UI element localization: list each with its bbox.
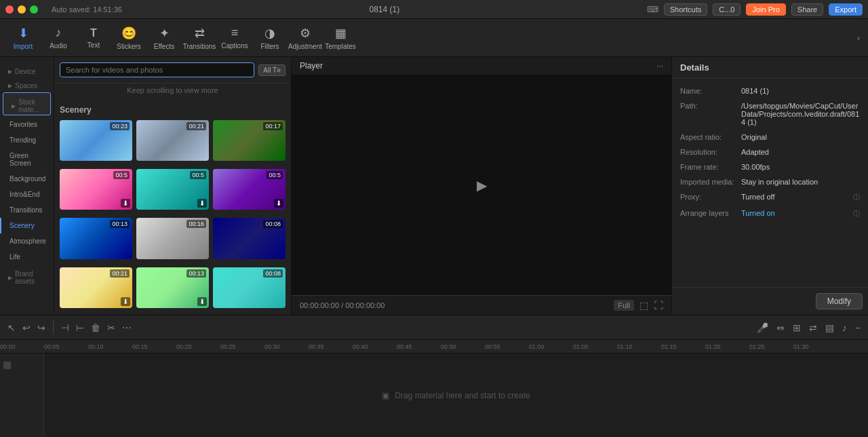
close-button[interactable] [5, 5, 14, 14]
sidebar-group-stockmate[interactable]: ▶ Stock mate... [3, 92, 51, 115]
snap-button[interactable]: ⊞ [791, 320, 803, 335]
more-tools-button[interactable]: ⋯ [120, 320, 134, 335]
duration-9: 00:08 [263, 220, 283, 228]
video-thumb-8[interactable]: 00:16 [136, 218, 209, 259]
adjustment-icon: ⚙ [300, 26, 311, 41]
toolbar-captions[interactable]: ≡ Captions [217, 20, 252, 56]
duration-5: 00:5 [190, 171, 206, 179]
search-input[interactable] [60, 62, 254, 77]
full-fit-button[interactable]: Full [614, 300, 634, 311]
timeline-tracks-label: ▦ [0, 354, 44, 437]
video-thumb-1[interactable]: 00:23 [60, 120, 132, 161]
player-menu-button[interactable]: ··· [656, 61, 663, 71]
joinpro-button[interactable]: Join Pro [746, 3, 785, 16]
player-area[interactable]: ▶ [292, 75, 671, 295]
video-thumb-4[interactable]: 00:5 ⬇ [60, 169, 132, 210]
toolbar-import[interactable]: ⬇ Import [5, 20, 41, 56]
player-total-time: 00:00:00:00 [345, 301, 384, 309]
titlebar-actions: ⌨ Shortcuts C...0 Join Pro Share Export [647, 3, 863, 16]
sidebar-item-life[interactable]: Life [0, 249, 54, 265]
video-grid-row1: 00:23 00:21 00:17 [60, 120, 285, 161]
filters-icon: ◑ [264, 26, 275, 41]
sidebar-item-scenery[interactable]: Scenery [0, 218, 54, 233]
download-icon-11: ⬇ [197, 297, 207, 306]
mic-button[interactable]: 🎤 [755, 320, 770, 335]
video-thumb-11[interactable]: 00:13 ⬇ [136, 267, 209, 308]
select-tool[interactable]: ↖ [5, 320, 18, 335]
video-thumb-5[interactable]: 00:5 ⬇ [136, 169, 209, 210]
player-header: Player ··· [292, 57, 671, 75]
toolbar-text[interactable]: T Text [76, 20, 111, 56]
export-button[interactable]: Export [829, 3, 863, 16]
sidebar-item-atmosphere[interactable]: Atmosphere [0, 233, 54, 249]
toolbar-effects[interactable]: ✦ Effects [146, 20, 182, 56]
proxy-info-icon[interactable]: ⓘ [853, 193, 860, 202]
detail-row-proxy: Proxy: Turned off ⓘ [680, 193, 860, 202]
share-button[interactable]: Share [791, 3, 823, 16]
arrange-info-icon[interactable]: ⓘ [853, 209, 860, 218]
ruler-3: 00:15 [132, 343, 148, 350]
screenshot-button[interactable]: ⬚ [639, 300, 648, 311]
all-tag[interactable]: All T≡ [258, 64, 285, 76]
timeline-tracks[interactable]: ▣ Drag material here and start to create [44, 354, 868, 437]
player-title: Player [300, 61, 323, 71]
timeline-toolbar: ↖ ↩ ↪ ⊣ ⊢ 🗑 ✂ ⋯ 🎤 ⇔ ⊞ ⇄ ▤ ♪ − [0, 316, 868, 340]
name-value: 0814 (1) [741, 87, 860, 95]
chevron-right-icon-3: ▶ [12, 103, 16, 109]
trim-button[interactable]: ✂ [105, 320, 117, 335]
sidebar-group-spaces[interactable]: ▶ Spaces [0, 77, 54, 91]
lock-button[interactable]: ▤ [823, 320, 836, 335]
sidebar-item-favorites[interactable]: Favorites [0, 117, 54, 132]
video-thumb-2[interactable]: 00:21 [136, 120, 209, 161]
undo-button[interactable]: ↩ [20, 320, 33, 335]
delete-before-button[interactable]: ⊢ [74, 320, 86, 335]
duration-3: 00:17 [263, 122, 283, 130]
split-button[interactable]: ⊣ [59, 320, 71, 335]
drag-hint-icon: ▣ [382, 391, 389, 400]
video-thumb-7[interactable]: 00:13 [60, 218, 132, 259]
toolbar-expand-button[interactable]: › [854, 31, 863, 45]
timeline: ↖ ↩ ↪ ⊣ ⊢ 🗑 ✂ ⋯ 🎤 ⇔ ⊞ ⇄ ▤ ♪ − 00:00 00:0… [0, 315, 868, 437]
play-button[interactable]: ▶ [477, 177, 487, 193]
toolbar-templates[interactable]: ▦ Templates [323, 20, 358, 56]
audio-button[interactable]: ♪ [840, 320, 849, 335]
maximize-button[interactable] [30, 5, 38, 14]
toolbar-filters[interactable]: ◑ Filters [252, 20, 288, 56]
ruler-0: 00:00 [0, 343, 16, 350]
toolbar-audio[interactable]: ♪ Audio [41, 20, 76, 56]
redo-button[interactable]: ↪ [35, 320, 47, 335]
resolution-value: Adapted [741, 148, 860, 156]
details-header: Details [672, 57, 868, 79]
account-button[interactable]: C...0 [713, 3, 741, 16]
video-thumb-3[interactable]: 00:17 [213, 120, 285, 161]
sidebar-device-label: Device [15, 68, 36, 75]
toolbar-stickers[interactable]: 😊 Stickers [111, 20, 146, 56]
shortcuts-button[interactable]: Shortcuts [664, 3, 707, 16]
modify-button[interactable]: Modify [816, 293, 863, 309]
ruler-17: 01:25 [749, 343, 765, 350]
sidebar-group-device[interactable]: ▶ Device [0, 62, 54, 77]
sidebar-item-transitions[interactable]: Transitions [0, 202, 54, 218]
loop-button[interactable]: ⇄ [807, 320, 819, 335]
link-button[interactable]: ⇔ [774, 320, 787, 335]
video-thumb-9[interactable]: 00:08 [213, 218, 285, 259]
video-thumb-6[interactable]: 00:5 ⬇ [213, 169, 285, 210]
sidebar-group-brand[interactable]: ▶ Brand assets [0, 265, 54, 286]
zoom-out-button[interactable]: − [853, 320, 863, 335]
name-label: Name: [680, 87, 741, 95]
video-thumb-12[interactable]: 00:08 [213, 267, 285, 308]
sidebar-item-green-screen[interactable]: Green Screen [0, 148, 54, 171]
video-thumb-10[interactable]: 00:21 ⬇ [60, 267, 132, 308]
toolbar-adjustment[interactable]: ⚙ Adjustment [288, 20, 323, 56]
duration-12: 00:08 [263, 269, 283, 278]
toolbar-transitions[interactable]: ⇄ Transitions [182, 20, 217, 56]
fullscreen-button[interactable]: ⛶ [654, 300, 663, 311]
sidebar-item-background[interactable]: Background [0, 171, 54, 187]
delete-button[interactable]: 🗑 [89, 320, 102, 335]
sidebar-item-trending[interactable]: Trending [0, 132, 54, 148]
resolution-label: Resolution: [680, 148, 741, 156]
timeline-right-tools: 🎤 ⇔ ⊞ ⇄ ▤ ♪ − [755, 320, 863, 335]
sidebar-item-intro-end[interactable]: Intro&End [0, 187, 54, 202]
minimize-button[interactable] [18, 5, 26, 14]
sidebar: ▶ Device ▶ Spaces ▶ Stock mate... Favori… [0, 57, 54, 315]
